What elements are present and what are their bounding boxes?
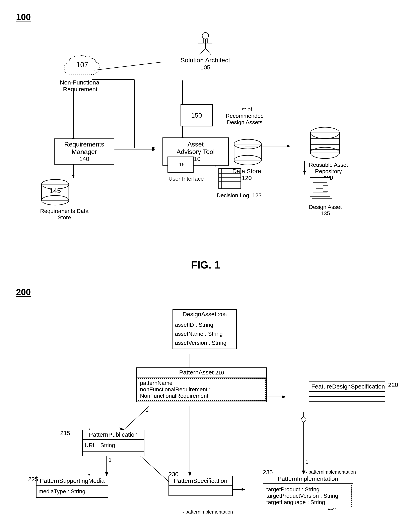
- pattern-specification-number: 230: [168, 471, 178, 478]
- pattern-publication-class: PatternPublication URL : String: [82, 430, 144, 456]
- svg-marker-14: [72, 175, 75, 178]
- pattern-implementation-dashed: targetProduct : String targetProductVers…: [264, 485, 352, 507]
- svg-rect-52: [310, 178, 330, 197]
- pattern-implementation-number: 235: [263, 469, 273, 476]
- asset-advisory-label: AssetAdvisory Tool: [177, 141, 215, 155]
- fig1-title: FIG. 1: [16, 259, 395, 271]
- design-asset: Design Asset135: [309, 175, 342, 217]
- list-recommended-box: 150: [180, 104, 213, 126]
- svg-text:107: 107: [76, 61, 88, 69]
- solution-architect-label: Solution Architect: [180, 57, 230, 64]
- nfr-cloud: 107 Non-FunctionalRequirement: [62, 54, 102, 93]
- solution-architect-actor: Solution Architect 105: [180, 32, 230, 71]
- pattern-supporting-media-class: PatternSupportingMedia mediaType : Strin…: [36, 476, 108, 498]
- req-datastore-label: Requirements DataStore: [40, 208, 88, 221]
- svg-marker-69: [301, 416, 307, 423]
- svg-line-27: [199, 48, 206, 55]
- pattern-asset-class: PatternAsset 210 patternName nonFunction…: [136, 367, 267, 402]
- fig1-diagram: Solution Architect 105 107 Non-Functiona…: [16, 26, 395, 257]
- feature-design-spec-class: FeatureDesignSpecification: [309, 381, 385, 402]
- svg-point-24: [202, 32, 209, 39]
- fig2-diagram: 1 1 * 1 * * 1 * 212 - patternimplementat…: [16, 301, 395, 532]
- svg-marker-18: [287, 145, 291, 148]
- svg-rect-45: [310, 133, 339, 153]
- svg-marker-20: [303, 171, 306, 175]
- feature-design-spec-number: 220: [388, 381, 398, 388]
- svg-text:1: 1: [109, 456, 112, 463]
- design-asset-label: Design Asset135: [309, 204, 342, 217]
- user-interface-box: 115: [168, 157, 194, 173]
- svg-line-60: [123, 406, 149, 430]
- pattern-implementation-class: PatternImplementation targetProduct : St…: [263, 474, 353, 508]
- fig1-diagram-number: 100: [16, 12, 31, 22]
- design-asset-class: DesignAsset 205 assetID : String assetNa…: [172, 309, 237, 349]
- svg-marker-12: [152, 149, 156, 151]
- svg-marker-63: [282, 395, 286, 398]
- requirements-manager-box: RequirementsManager 140: [54, 138, 114, 165]
- fig2-diagram-number: 200: [16, 287, 31, 297]
- pattern-supporting-media-number: 225: [28, 476, 38, 483]
- svg-rect-39: [219, 169, 241, 189]
- svg-marker-76: [242, 488, 245, 491]
- svg-text:145: 145: [49, 187, 61, 194]
- pattern-specification-class: PatternSpecification: [168, 476, 233, 496]
- req-datastore: 145 Requirements DataStore: [40, 179, 88, 221]
- solution-architect-number: 105: [200, 64, 210, 71]
- req-manager-label: RequirementsManager: [64, 141, 104, 155]
- pattern-publication-number: 215: [60, 430, 70, 437]
- svg-line-28: [206, 48, 211, 55]
- list-recommended-label: List ofRecommendedDesign Assets: [217, 106, 273, 126]
- decision-log-label: Decision Log 123: [217, 192, 262, 199]
- svg-marker-8: [133, 148, 137, 151]
- page: 100: [0, 0, 411, 532]
- svg-text:- patternimplementation: - patternimplementation: [183, 509, 233, 514]
- svg-rect-37: [234, 144, 261, 160]
- svg-marker-10: [152, 147, 156, 149]
- pattern-asset-dashed: patternName nonFunctionalRequirement : N…: [138, 378, 266, 401]
- nfr-label: Non-FunctionalRequirement: [58, 79, 102, 93]
- user-interface-label: User Interface: [168, 176, 204, 182]
- decision-log: Decision Log 123: [217, 167, 262, 199]
- req-manager-number: 140: [79, 155, 89, 162]
- design-asset-attrs: assetID : String assetName : String asse…: [173, 319, 236, 349]
- svg-line-23: [94, 62, 163, 70]
- svg-text:1: 1: [145, 407, 149, 413]
- reusable-asset-repo: Reusable AssetRepository130: [309, 126, 348, 181]
- svg-text:1: 1: [306, 458, 308, 465]
